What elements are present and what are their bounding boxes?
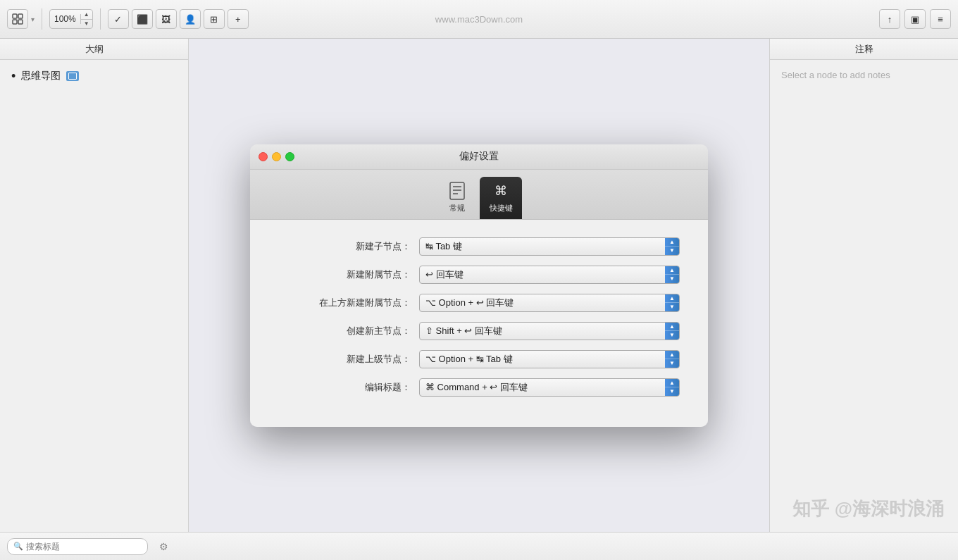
label-1: 新建附属节点： bbox=[278, 268, 419, 281]
search-icon: 🔍 bbox=[13, 542, 23, 551]
select-value-2: ⌥ Option + ↩ 回车键 bbox=[425, 297, 662, 309]
main-layout: 大纲 • 思维导图 偏好设置 bbox=[0, 39, 958, 532]
label-4: 新建上级节点： bbox=[278, 353, 419, 366]
toolbar-center: www.mac3Down.com bbox=[435, 14, 523, 25]
zoom-arrows[interactable]: ▲ ▼ bbox=[81, 10, 92, 28]
plus-button[interactable]: + bbox=[228, 9, 249, 29]
zoom-value: 100% bbox=[50, 14, 81, 24]
notes-header: 注释 bbox=[770, 39, 958, 60]
sidebar-toggle-button[interactable]: ▣ bbox=[904, 9, 926, 29]
arrow-down-4[interactable]: ▼ bbox=[665, 359, 679, 368]
tab-general[interactable]: 常规 bbox=[436, 177, 478, 219]
notes-placeholder: Select a node to add notes bbox=[781, 70, 890, 80]
svg-rect-0 bbox=[13, 14, 17, 18]
arrow-up-4[interactable]: ▲ bbox=[665, 351, 679, 359]
left-sidebar: 大纲 • 思维导图 bbox=[0, 39, 189, 532]
dialog-titlebar: 偏好设置 bbox=[250, 144, 708, 170]
label-0: 新建子节点： bbox=[278, 240, 419, 253]
outline-item-label: 思维导图 bbox=[21, 70, 61, 82]
select-value-3: ⇧ Shift + ↩ 回车键 bbox=[425, 325, 662, 337]
label-3: 创建新主节点： bbox=[278, 325, 419, 337]
zoom-control[interactable]: 100% ▲ ▼ bbox=[49, 9, 93, 29]
arrow-down-5[interactable]: ▼ bbox=[665, 387, 679, 396]
select-arrows-4[interactable]: ▲ ▼ bbox=[665, 351, 679, 368]
person-button[interactable]: 👤 bbox=[180, 9, 201, 29]
select-value-5: ⌘ Command + ↩ 回车键 bbox=[425, 381, 662, 394]
svg-rect-2 bbox=[13, 20, 17, 24]
select-0[interactable]: ↹ Tab 键 ▲ ▼ bbox=[419, 237, 680, 256]
label-2: 在上方新建附属节点： bbox=[278, 297, 419, 309]
tab-shortcuts[interactable]: ⌘ 快捷键 bbox=[480, 177, 522, 219]
arrow-down-2[interactable]: ▼ bbox=[665, 302, 679, 311]
export-button[interactable]: ↑ bbox=[879, 9, 900, 29]
modal-overlay: 偏好设置 常规 bbox=[189, 39, 769, 532]
notes-content: Select a node to add notes bbox=[770, 60, 958, 532]
settings-icon[interactable]: ⚙ bbox=[159, 541, 168, 552]
image-button[interactable]: 🖼 bbox=[156, 9, 177, 29]
svg-rect-3 bbox=[18, 20, 23, 24]
notes-toggle-button[interactable]: ≡ bbox=[930, 9, 951, 29]
select-3[interactable]: ⇧ Shift + ↩ 回车键 ▲ ▼ bbox=[419, 322, 680, 340]
table-button[interactable]: ⊞ bbox=[204, 9, 225, 29]
preference-dialog: 偏好设置 常规 bbox=[250, 144, 708, 427]
select-2[interactable]: ⌥ Option + ↩ 回车键 ▲ ▼ bbox=[419, 294, 680, 312]
select-value-1: ↩ 回车键 bbox=[425, 268, 662, 281]
checkmark-button[interactable]: ✓ bbox=[108, 9, 129, 29]
close-button[interactable] bbox=[259, 152, 268, 161]
select-arrows-5[interactable]: ▲ ▼ bbox=[665, 379, 679, 396]
right-sidebar: 注释 Select a node to add notes bbox=[769, 39, 958, 532]
bullet-icon: • bbox=[11, 70, 15, 82]
select-arrows-0[interactable]: ▲ ▼ bbox=[665, 238, 679, 255]
select-arrows-2[interactable]: ▲ ▼ bbox=[665, 294, 679, 311]
separator-2 bbox=[100, 8, 101, 30]
arrow-down-0[interactable]: ▼ bbox=[665, 246, 679, 255]
select-5[interactable]: ⌘ Command + ↩ 回车键 ▲ ▼ bbox=[419, 378, 680, 397]
toolbar-right: ↑ ▣ ≡ bbox=[879, 9, 951, 29]
zoom-up[interactable]: ▲ bbox=[81, 10, 92, 20]
bottom-bar: 🔍 ⚙ bbox=[0, 532, 958, 560]
maximize-button[interactable] bbox=[285, 152, 294, 161]
mind-map-icon bbox=[66, 71, 79, 81]
arrow-down-3[interactable]: ▼ bbox=[665, 330, 679, 340]
select-value-4: ⌥ Option + ↹ Tab 键 bbox=[425, 353, 662, 366]
minimize-button[interactable] bbox=[272, 152, 281, 161]
arrow-up-2[interactable]: ▲ bbox=[665, 294, 679, 303]
list-item[interactable]: • 思维导图 bbox=[11, 68, 177, 84]
tab-shortcuts-label: 快捷键 bbox=[490, 203, 513, 213]
arrow-up-0[interactable]: ▲ bbox=[665, 238, 679, 247]
select-1[interactable]: ↩ 回车键 ▲ ▼ bbox=[419, 266, 680, 284]
separator-1 bbox=[42, 8, 42, 30]
arrow-down-1[interactable]: ▼ bbox=[665, 274, 679, 283]
shortcuts-tab-icon: ⌘ bbox=[491, 181, 511, 201]
window-controls bbox=[259, 152, 294, 161]
arrow-up-5[interactable]: ▲ bbox=[665, 379, 679, 387]
search-box[interactable]: 🔍 bbox=[7, 538, 148, 555]
search-input[interactable] bbox=[26, 542, 142, 552]
shortcut-row-2: 在上方新建附属节点： ⌥ Option + ↩ 回车键 ▲ ▼ bbox=[278, 293, 680, 313]
tab-general-label: 常规 bbox=[449, 203, 465, 213]
screenshot-button[interactable]: ⬛ bbox=[132, 9, 153, 29]
select-arrows-1[interactable]: ▲ ▼ bbox=[665, 266, 679, 283]
general-tab-icon bbox=[447, 181, 467, 201]
svg-rect-1 bbox=[18, 14, 23, 18]
arrow-up-1[interactable]: ▲ bbox=[665, 266, 679, 275]
shortcut-row-1: 新建附属节点： ↩ 回车键 ▲ ▼ bbox=[278, 265, 680, 285]
shortcut-row-5: 编辑标题： ⌘ Command + ↩ 回车键 ▲ ▼ bbox=[278, 378, 680, 397]
toolbar-watermark: www.mac3Down.com bbox=[435, 14, 523, 25]
layout-button[interactable] bbox=[7, 9, 28, 29]
toolbar-left: ▾ 100% ▲ ▼ ✓ ⬛ 🖼 👤 ⊞ + bbox=[7, 8, 249, 30]
arrow-up-3[interactable]: ▲ bbox=[665, 323, 679, 331]
outline-content: • 思维导图 bbox=[0, 60, 188, 532]
select-4[interactable]: ⌥ Option + ↹ Tab 键 ▲ ▼ bbox=[419, 350, 680, 368]
main-toolbar: ▾ 100% ▲ ▼ ✓ ⬛ 🖼 👤 ⊞ + www.mac3Down.com … bbox=[0, 0, 958, 39]
dialog-content: 新建子节点： ↹ Tab 键 ▲ ▼ 新建附属节点： bbox=[250, 220, 708, 427]
zoom-down[interactable]: ▼ bbox=[81, 20, 92, 29]
select-arrows-3[interactable]: ▲ ▼ bbox=[665, 323, 679, 340]
shortcut-row-0: 新建子节点： ↹ Tab 键 ▲ ▼ bbox=[278, 237, 680, 256]
shortcut-row-4: 新建上级节点： ⌥ Option + ↹ Tab 键 ▲ ▼ bbox=[278, 349, 680, 369]
dialog-toolbar: 常规 ⌘ 快捷键 bbox=[250, 170, 708, 220]
select-value-0: ↹ Tab 键 bbox=[425, 240, 662, 253]
shortcut-row-3: 创建新主节点： ⇧ Shift + ↩ 回车键 ▲ ▼ bbox=[278, 321, 680, 341]
svg-rect-4 bbox=[450, 182, 464, 199]
dialog-title: 偏好设置 bbox=[459, 150, 499, 163]
